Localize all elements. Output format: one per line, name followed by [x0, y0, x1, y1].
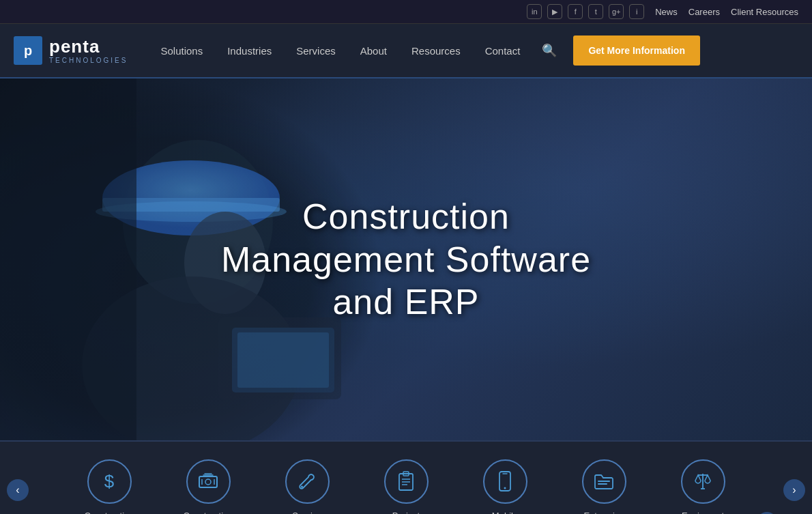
nav-services[interactable]: Services: [284, 26, 348, 76]
mobile-icon: [483, 459, 527, 504]
hero-title: Construction Management Software and ERP: [221, 195, 591, 323]
logo-sub: TECHNOLOGIES: [49, 57, 128, 64]
nav-solutions[interactable]: Solutions: [148, 26, 215, 76]
list-item[interactable]: Enterprise: [555, 449, 654, 515]
logo-text: penta TECHNOLOGIES: [49, 37, 128, 64]
wrench-icon: [285, 459, 330, 504]
item-label-mobile: Mobile: [492, 511, 518, 515]
header: p penta TECHNOLOGIES Solutions Industrie…: [0, 24, 812, 78]
item-label-construction1: Construction: [85, 511, 134, 515]
list-item[interactable]: Service: [258, 449, 357, 515]
careers-link[interactable]: Careers: [688, 7, 720, 17]
hero-content: Construction Management Software and ERP: [221, 195, 591, 323]
money-icon: [186, 459, 231, 504]
search-icon[interactable]: 🔍: [532, 24, 566, 77]
logo-letter: p: [24, 43, 32, 59]
svg-point-13: [301, 486, 303, 488]
main-nav: Solutions Industries Services About Reso…: [148, 24, 798, 77]
item-label-enterprise: Enterprise: [583, 511, 624, 515]
logo-brand: penta: [49, 37, 128, 57]
cta-button[interactable]: Get More Information: [573, 35, 700, 66]
carousel-next-button[interactable]: ›: [783, 479, 805, 501]
other-social-icon[interactable]: i: [629, 4, 644, 19]
svg-point-12: [205, 479, 211, 485]
item-label-construction2: Construction: [184, 511, 233, 515]
carousel-prev-button[interactable]: ‹: [7, 479, 29, 501]
list-item[interactable]: Mobile: [456, 449, 555, 515]
svg-point-20: [504, 487, 506, 489]
hero-section: Construction Management Software and ERP: [0, 78, 812, 440]
social-icons-group: in ▶ f t g+ i: [527, 4, 644, 19]
top-bar: in ▶ f t g+ i News Careers Client Resour…: [0, 0, 812, 24]
item-label-project: Project: [392, 511, 420, 515]
logo-area[interactable]: p penta TECHNOLOGIES: [14, 36, 128, 65]
list-item[interactable]: Construction: [159, 449, 258, 515]
top-bar-links: News Careers Client Resources: [655, 7, 798, 17]
news-link[interactable]: News: [655, 7, 678, 17]
linkedin-icon[interactable]: in: [527, 4, 542, 19]
svg-rect-9: [237, 332, 329, 388]
svg-rect-10: [0, 78, 136, 440]
googleplus-icon[interactable]: g+: [609, 4, 624, 19]
svg-rect-22: [598, 481, 610, 482]
scale-icon: [681, 459, 725, 504]
folder-icon: [582, 459, 626, 504]
dollar-icon: $: [87, 459, 132, 504]
bottom-strip: ‹ $ Construction Construction Service: [0, 440, 812, 514]
list-item[interactable]: $ Construction: [60, 449, 159, 515]
youtube-icon[interactable]: ▶: [547, 4, 562, 19]
svg-rect-23: [598, 483, 607, 485]
clipboard-icon: [384, 459, 429, 504]
hero-title-line3: and ERP: [332, 282, 479, 322]
nav-resources[interactable]: Resources: [399, 26, 473, 76]
client-resources-link[interactable]: Client Resources: [731, 7, 798, 17]
item-label-equipment: Equipment: [682, 511, 724, 515]
item-label-service: Service: [292, 511, 321, 515]
nav-industries[interactable]: Industries: [215, 26, 284, 76]
twitter-icon[interactable]: t: [588, 4, 603, 19]
hero-title-line2: Management Software: [221, 240, 591, 279]
logo-box: p: [14, 36, 42, 65]
list-item[interactable]: Equipment: [654, 449, 753, 515]
hero-title-line1: Construction: [302, 197, 510, 236]
nav-about[interactable]: About: [348, 26, 399, 76]
nav-contact[interactable]: Contact: [473, 26, 533, 76]
facebook-icon[interactable]: f: [568, 4, 583, 19]
list-item[interactable]: Project: [357, 449, 456, 515]
